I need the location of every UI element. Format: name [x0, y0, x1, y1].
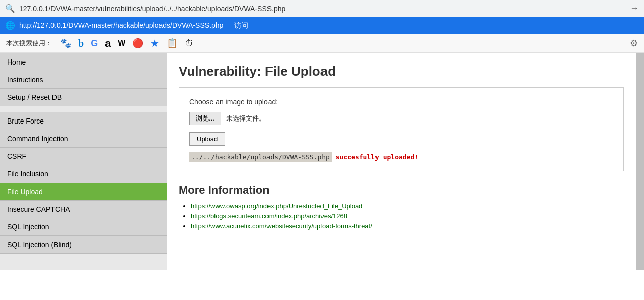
sidebar-item-csrf[interactable]: CSRF	[0, 148, 167, 165]
links-list: https://www.owasp.org/index.php/Unrestri…	[179, 202, 624, 230]
link-securiteam[interactable]: https://blogs.securiteam.com/index.php/a…	[191, 212, 347, 220]
list-item: https://www.acunetix.com/websitesecurity…	[191, 222, 624, 230]
history-icon[interactable]: ⏱	[185, 38, 194, 49]
amazon-icon[interactable]: a	[105, 38, 111, 49]
globe-icon: 🌐	[5, 21, 15, 30]
sidebar-item-file-inclusion[interactable]: File Inclusion	[0, 165, 167, 183]
gear-icon[interactable]: ⚙	[630, 38, 638, 49]
uploaded-path: ../../hackable/uploads/DVWA-SSS.php	[189, 152, 332, 162]
search-icon: 🔍	[5, 4, 15, 13]
main-content: Vulnerability: File Upload Choose an ima…	[167, 53, 636, 270]
sidebar-item-sql-injection[interactable]: SQL Injection	[0, 218, 167, 236]
page-title: Vulnerability: File Upload	[179, 64, 624, 79]
sidebar: Home Instructions Setup / Reset DB Brute…	[0, 53, 167, 270]
wikipedia-icon[interactable]: W	[118, 39, 125, 48]
address-input[interactable]	[19, 5, 626, 13]
link-acunetix[interactable]: https://www.acunetix.com/websitesecurity…	[191, 222, 372, 230]
bookmark2-icon[interactable]: 📋	[167, 38, 178, 49]
browse-button[interactable]: 浏览...	[189, 112, 221, 125]
duckduckgo-icon[interactable]: 🔴	[132, 38, 143, 49]
more-info-title: More Information	[179, 184, 624, 197]
sidebar-item-home[interactable]: Home	[0, 53, 167, 71]
sidebar-item-insecure-captcha[interactable]: Insecure CAPTCHA	[0, 201, 167, 218]
sidebar-item-file-upload[interactable]: File Upload	[0, 183, 167, 201]
search-label: 本次搜索使用：	[6, 39, 52, 48]
list-item: https://www.owasp.org/index.php/Unrestri…	[191, 202, 624, 210]
list-item: https://blogs.securiteam.com/index.php/a…	[191, 212, 624, 220]
bing-icon[interactable]: b	[78, 38, 84, 49]
url-display: http://127.0.0.1/DVWA-master/hackable/up…	[19, 21, 639, 30]
no-file-label: 未选择文件。	[226, 114, 265, 123]
file-input-row: 浏览... 未选择文件。	[189, 112, 613, 125]
sidebar-item-brute-force[interactable]: Brute Force	[0, 112, 167, 130]
baidu-icon[interactable]: 🐾	[60, 38, 71, 49]
upload-box: Choose an image to upload: 浏览... 未选择文件。 …	[179, 87, 624, 171]
upload-label: Choose an image to upload:	[189, 98, 613, 106]
success-message: succesfully uploaded!	[332, 153, 418, 161]
upload-result: ../../hackable/uploads/DVWA-SSS.php succ…	[189, 153, 613, 161]
sidebar-item-setup-reset-db[interactable]: Setup / Reset DB	[0, 89, 167, 106]
sidebar-item-instructions[interactable]: Instructions	[0, 71, 167, 89]
scrollbar[interactable]	[636, 53, 644, 270]
link-owasp[interactable]: https://www.owasp.org/index.php/Unrestri…	[191, 202, 362, 210]
star-icon[interactable]: ★	[150, 37, 159, 49]
sidebar-item-command-injection[interactable]: Command Injection	[0, 130, 167, 148]
navigate-arrow-icon[interactable]: →	[630, 3, 639, 14]
upload-button[interactable]: Upload	[189, 132, 225, 146]
sidebar-item-sql-injection-blind[interactable]: SQL Injection (Blind)	[0, 236, 167, 254]
google-icon[interactable]: G	[91, 38, 98, 49]
